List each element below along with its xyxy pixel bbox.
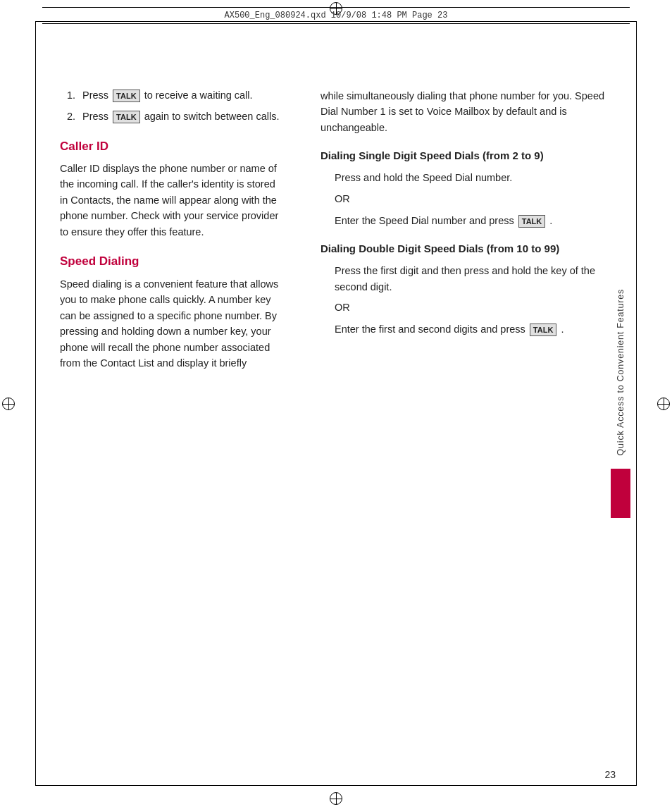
border-left — [35, 21, 36, 786]
double-digit-para2: Enter the first and second digits and pr… — [335, 321, 619, 337]
reg-mark-left — [2, 398, 15, 410]
talk-button-single: TALK — [518, 215, 546, 228]
single-digit-heading: Dialing Single Digit Speed Dials (from 2… — [321, 148, 619, 163]
list-item-1: 1. Press TALK to receive a waiting call. — [67, 88, 285, 104]
intro-text: while simultaneously dialing that phone … — [321, 88, 619, 135]
reg-mark-right — [657, 398, 670, 410]
list-content-1: Press TALK to receive a waiting call. — [82, 88, 285, 104]
list-content-2: Press TALK again to switch between calls… — [82, 109, 285, 125]
reg-mark-bottom — [330, 792, 342, 805]
header-file-info: AX500_Eng_080924.qxd 10/9/08 1:48 PM Pag… — [225, 11, 448, 20]
content-area: 1. Press TALK to receive a waiting call.… — [39, 25, 633, 782]
talk-button-2: TALK — [113, 111, 140, 123]
list-item-2: 2. Press TALK again to switch between ca… — [67, 109, 285, 125]
left-column: 1. Press TALK to receive a waiting call.… — [39, 25, 299, 782]
right-column: while simultaneously dialing that phone … — [299, 25, 633, 782]
page-number: 23 — [604, 769, 616, 780]
speed-dialing-body: Speed dialing is a convenient feature th… — [60, 276, 285, 371]
border-right — [636, 21, 637, 786]
double-digit-heading: Dialing Double Digit Speed Dials (from 1… — [321, 241, 619, 256]
single-digit-para2: Enter the Speed Dial number and press TA… — [335, 213, 619, 228]
page-container: AX500_Eng_080924.qxd 10/9/08 1:48 PM Pag… — [0, 0, 672, 807]
caller-id-body: Caller ID displays the phone number or n… — [60, 161, 285, 240]
double-digit-or: OR — [335, 300, 619, 316]
talk-button-double: TALK — [530, 324, 557, 336]
numbered-list: 1. Press TALK to receive a waiting call.… — [67, 88, 285, 125]
list-number-2: 2. — [67, 109, 82, 125]
caller-id-heading: Caller ID — [60, 137, 285, 156]
single-digit-or: OR — [335, 192, 619, 207]
border-top — [35, 21, 637, 22]
single-digit-para1: Press and hold the Speed Dial number. — [335, 170, 619, 185]
speed-dialing-heading: Speed Dialing — [60, 252, 285, 271]
double-digit-para1: Press the first digit and then press and… — [335, 263, 619, 295]
list-number-1: 1. — [67, 88, 82, 104]
talk-button-1: TALK — [113, 90, 140, 102]
border-bottom — [35, 785, 637, 786]
